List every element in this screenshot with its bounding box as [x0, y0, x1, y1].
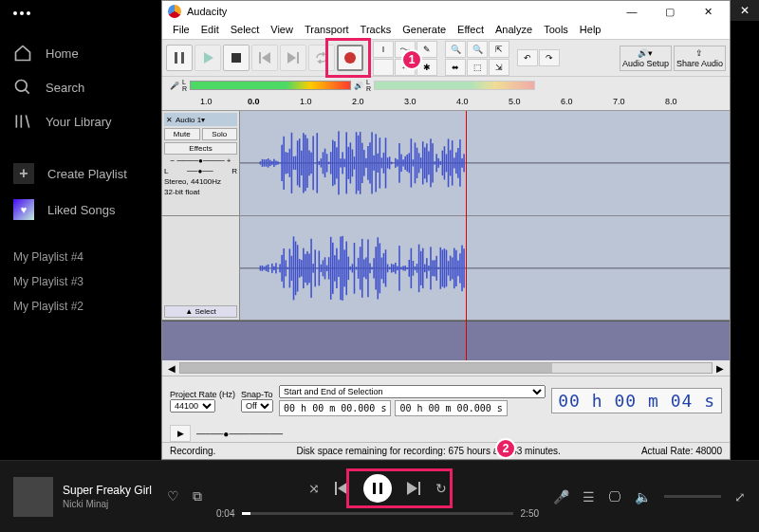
menu-tools[interactable]: Tools — [539, 22, 573, 39]
svg-rect-43 — [312, 136, 314, 190]
skip-end-button[interactable] — [280, 45, 306, 71]
silence-button[interactable]: ⬚ — [467, 59, 488, 76]
play-pause-button[interactable] — [363, 474, 392, 503]
play-meter[interactable] — [374, 81, 535, 90]
snap-to-select[interactable]: Off — [241, 399, 273, 413]
menu-file[interactable]: File — [168, 22, 194, 39]
solo-button[interactable]: Solo — [202, 128, 238, 140]
selection-tool[interactable]: I — [373, 41, 394, 58]
volume-icon[interactable]: 🔈 — [635, 489, 651, 504]
playlist-item[interactable]: My Playlist #3 — [0, 269, 161, 294]
maximize-button[interactable]: ▢ — [654, 1, 686, 22]
zoom-tool[interactable] — [373, 59, 394, 76]
like-button[interactable]: ♡ — [167, 488, 179, 504]
select-button[interactable]: ▲ Select — [164, 305, 237, 318]
shuffle-button[interactable]: ⤨ — [308, 481, 320, 496]
devices-button[interactable]: 🖵 — [608, 489, 621, 504]
menu-view[interactable]: View — [266, 22, 298, 39]
mic-icon[interactable]: 🎤 — [170, 82, 179, 90]
menu-effect[interactable]: Effect — [453, 22, 489, 39]
pip-button[interactable]: ⧉ — [193, 488, 202, 504]
playlist-item[interactable]: My Playlist #2 — [0, 294, 161, 319]
menu-help[interactable]: Help — [575, 22, 606, 39]
close-button[interactable]: ✕ — [692, 1, 724, 22]
record-meter[interactable] — [190, 81, 351, 90]
loop-button[interactable] — [308, 45, 335, 71]
record-button[interactable] — [337, 45, 363, 71]
speaker-icon[interactable]: 🔊 — [354, 82, 363, 90]
svg-rect-207 — [424, 264, 426, 271]
trim-button[interactable]: ⬌ — [445, 59, 466, 76]
svg-line-1 — [26, 90, 29, 94]
skip-start-button[interactable] — [251, 45, 278, 71]
svg-rect-27 — [281, 145, 283, 181]
horizontal-scrollbar[interactable]: ◀▶ — [162, 360, 730, 376]
fullscreen-button[interactable]: ⤢ — [734, 489, 746, 504]
menu-transport[interactable]: Transport — [300, 22, 354, 39]
zoom-toggle-button[interactable]: ⇲ — [489, 59, 509, 76]
menu-generate[interactable]: Generate — [398, 22, 451, 39]
zoom-in-button[interactable]: 🔍 — [445, 41, 466, 58]
svg-rect-123 — [260, 266, 262, 270]
empty-track-area[interactable] — [162, 321, 730, 360]
svg-rect-70 — [365, 158, 367, 168]
share-audio-group[interactable]: ⇪ Share Audio — [674, 46, 726, 71]
time-ruler[interactable]: 1.0 0.0 1.0 2.0 3.0 4.0 5.0 6.0 7.0 8.0 — [162, 94, 730, 111]
effects-button[interactable]: Effects — [164, 142, 237, 155]
project-rate-select[interactable]: 44100 — [170, 399, 215, 413]
stop-button[interactable] — [223, 45, 250, 71]
audio-setup-group[interactable]: 🔊▾ Audio Setup — [620, 46, 672, 71]
track-header[interactable]: ✕ Audio 1 ▾ — [164, 113, 237, 126]
menu-select[interactable]: Select — [226, 22, 265, 39]
waveform-channel-left[interactable]: Audio 1 #1 — [240, 111, 730, 215]
selection-end[interactable]: 00 h 00 m 00.000 s — [395, 400, 507, 416]
redo-button[interactable]: ↷ — [539, 49, 560, 66]
album-art[interactable] — [13, 477, 53, 517]
svg-rect-212 — [434, 260, 435, 276]
nav-search[interactable]: Search — [0, 70, 161, 104]
svg-rect-153 — [319, 250, 321, 285]
menu-analyze[interactable]: Analyze — [491, 22, 537, 39]
selection-start[interactable]: 00 h 00 m 00.000 s — [279, 400, 391, 416]
svg-rect-145 — [303, 248, 305, 287]
pause-button[interactable] — [166, 45, 193, 71]
next-button[interactable] — [407, 482, 420, 495]
plus-icon: + — [13, 163, 34, 184]
svg-rect-64 — [354, 156, 356, 169]
zoom-out-button[interactable]: 🔍 — [467, 41, 488, 58]
os-close-button[interactable]: ✕ — [731, 0, 759, 21]
play-at-speed-button[interactable]: ▶ — [170, 425, 191, 442]
track-title[interactable]: Super Freaky Girl — [63, 484, 152, 497]
svg-rect-204 — [418, 244, 420, 291]
repeat-button[interactable]: ↻ — [435, 481, 447, 496]
fit-selection-button[interactable]: ⇱ — [489, 41, 509, 58]
track-artist[interactable]: Nicki Minaj — [63, 499, 152, 509]
svg-rect-52 — [330, 152, 332, 174]
lyrics-button[interactable]: 🎤 — [553, 489, 569, 504]
svg-rect-227 — [463, 248, 465, 287]
nav-liked-songs[interactable]: ♥ Liked Songs — [0, 192, 161, 228]
volume-slider[interactable] — [664, 495, 721, 498]
svg-rect-107 — [437, 158, 439, 168]
track-controls-2: ▲ Select — [162, 216, 240, 321]
menu-tracks[interactable]: Tracks — [356, 22, 397, 39]
nav-library[interactable]: Your Library — [0, 104, 161, 138]
menu-edit[interactable]: Edit — [196, 22, 224, 39]
undo-button[interactable]: ↶ — [517, 49, 538, 66]
progress-bar[interactable] — [242, 512, 512, 515]
playlist-item[interactable]: My Playlist #4 — [0, 245, 161, 269]
waveform-channel-right[interactable] — [240, 216, 730, 321]
selection-mode-select[interactable]: Start and End of Selection — [279, 385, 546, 398]
svg-rect-216 — [442, 249, 444, 286]
queue-button[interactable]: ☰ — [583, 489, 595, 504]
minimize-button[interactable]: — — [616, 1, 648, 22]
svg-rect-44 — [314, 162, 316, 163]
nav-create-playlist[interactable]: + Create Playlist — [0, 156, 161, 192]
prev-button[interactable] — [335, 482, 348, 495]
svg-rect-41 — [308, 151, 310, 176]
mute-button[interactable]: Mute — [164, 128, 200, 140]
playhead[interactable] — [466, 111, 467, 360]
menu-dots[interactable] — [0, 8, 161, 19]
nav-home[interactable]: Home — [0, 36, 161, 70]
play-button[interactable] — [194, 45, 221, 71]
